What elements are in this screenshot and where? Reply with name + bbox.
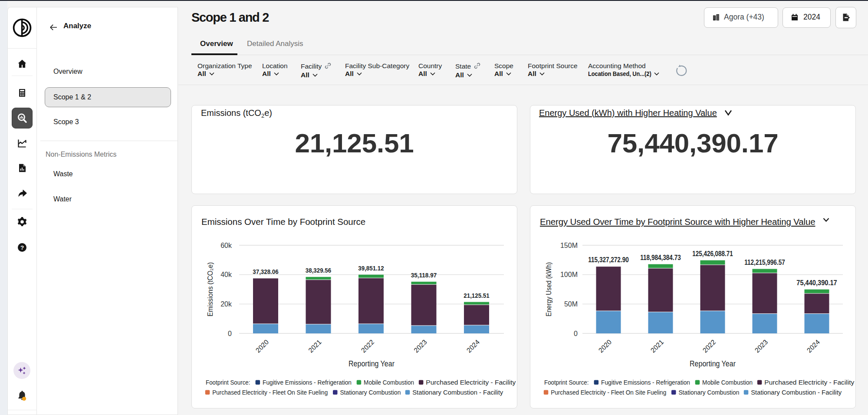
svg-text:2024: 2024 xyxy=(465,338,481,354)
svg-text:2020: 2020 xyxy=(254,338,270,354)
svg-text:2022: 2022 xyxy=(701,338,717,354)
svg-text:Reporting Year: Reporting Year xyxy=(690,359,736,368)
svg-text:2024: 2024 xyxy=(806,338,822,354)
svg-text:60k: 60k xyxy=(220,242,232,249)
svg-text:35,118.97: 35,118.97 xyxy=(411,272,437,279)
svg-text:Reporting Year: Reporting Year xyxy=(349,359,395,368)
svg-text:2023: 2023 xyxy=(753,338,769,354)
svg-text:Purchased Electricity - Fleet: Purchased Electricity - Fleet On Site Fu… xyxy=(551,389,666,396)
svg-text:Mobile Combustion: Mobile Combustion xyxy=(364,379,414,386)
svg-text:Purchased Electricity - Facili: Purchased Electricity - Facility xyxy=(426,379,516,386)
svg-text:Purchased Electricity - Facili: Purchased Electricity - Facility xyxy=(764,379,854,386)
svg-text:40k: 40k xyxy=(220,271,232,278)
svg-text:Fugitive Emissions - Refrigera: Fugitive Emissions - Refrigeration xyxy=(601,379,690,386)
svg-text:2021: 2021 xyxy=(649,338,665,354)
svg-text:2021: 2021 xyxy=(307,338,322,354)
svg-text:2022: 2022 xyxy=(360,338,375,354)
svg-text:Energy Used (kWh): Energy Used (kWh) xyxy=(545,262,553,316)
svg-text:Emissions (tCO₂e): Emissions (tCO₂e) xyxy=(206,262,214,316)
svg-text:50M: 50M xyxy=(564,300,578,308)
svg-text:Stationary Combustion - Facili: Stationary Combustion - Facility xyxy=(751,389,842,396)
svg-text:118,984,384.73: 118,984,384.73 xyxy=(640,254,681,261)
svg-text:2023: 2023 xyxy=(412,338,428,354)
svg-text:Purchased Electricity - Fleet: Purchased Electricity - Fleet On Site Fu… xyxy=(212,389,328,396)
svg-text:?: ? xyxy=(20,244,24,251)
svg-text:Stationary Combustion: Stationary Combustion xyxy=(340,389,401,396)
svg-text:37,328.06: 37,328.06 xyxy=(253,268,278,275)
svg-text:115,327,272.90: 115,327,272.90 xyxy=(588,256,629,263)
svg-text:125,426,088.71: 125,426,088.71 xyxy=(692,250,733,257)
svg-text:75,440,390.17: 75,440,390.17 xyxy=(796,279,837,287)
svg-text:0: 0 xyxy=(574,330,578,337)
svg-text:150M: 150M xyxy=(560,242,578,249)
svg-text:Footprint Source:: Footprint Source: xyxy=(544,379,589,386)
svg-text:Stationary Combustion - Facili: Stationary Combustion - Facility xyxy=(412,389,503,396)
svg-text:20k: 20k xyxy=(220,300,232,308)
svg-text:100M: 100M xyxy=(560,271,578,278)
svg-text:38,329.56: 38,329.56 xyxy=(306,267,331,274)
svg-text:112,215,996.57: 112,215,996.57 xyxy=(744,258,785,266)
svg-text:Mobile Combustion: Mobile Combustion xyxy=(702,379,753,386)
svg-text:Stationary Combustion: Stationary Combustion xyxy=(678,389,739,396)
svg-text:Footprint Source:: Footprint Source: xyxy=(206,379,250,386)
svg-text:0: 0 xyxy=(228,330,232,337)
svg-text:21,125.51: 21,125.51 xyxy=(464,292,489,299)
svg-text:39,851.12: 39,851.12 xyxy=(358,265,384,272)
svg-text:2020: 2020 xyxy=(597,338,613,354)
svg-text:Fugitive Emissions - Refrigera: Fugitive Emissions - Refrigeration xyxy=(263,379,352,386)
